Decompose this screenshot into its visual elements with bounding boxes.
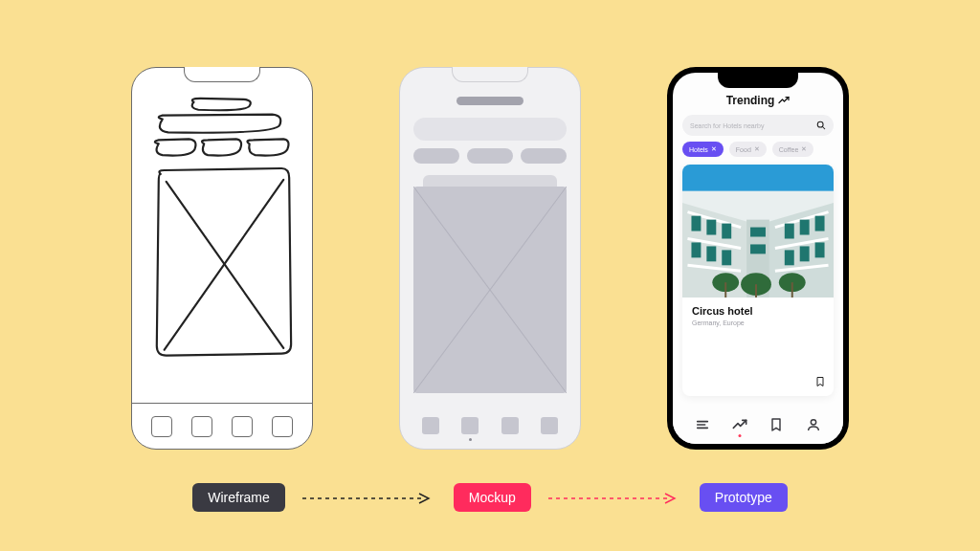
mockup-tab-item <box>461 417 479 434</box>
chip-coffee[interactable]: Coffee ✕ <box>772 142 814 157</box>
mockup-image-card <box>413 187 567 393</box>
mockup-chip <box>521 148 567 164</box>
close-icon[interactable]: ✕ <box>711 145 717 153</box>
svg-rect-11 <box>706 220 716 235</box>
mockup-chip <box>467 148 513 164</box>
hotel-title: Circus hotel <box>692 305 824 317</box>
svg-line-3 <box>822 126 825 129</box>
search-input[interactable]: Search for Hotels nearby <box>682 115 834 136</box>
hotel-subtitle: Germany, Europe <box>692 320 824 326</box>
labels-row: Wireframe Mockup Prototype <box>0 478 980 517</box>
wireframe-phone <box>131 67 313 450</box>
prototype-tabbar <box>673 406 843 444</box>
wireframe-tab-item <box>191 416 212 437</box>
wireframe-sketch <box>142 95 302 401</box>
page-title: Trending <box>673 94 843 107</box>
search-placeholder: Search for Hotels nearby <box>690 122 816 129</box>
svg-rect-10 <box>691 216 701 231</box>
svg-point-38 <box>812 420 816 425</box>
mockup-search-bar <box>413 118 567 141</box>
wireframe-tab-item <box>272 416 293 437</box>
mockup-tab-item <box>541 417 558 434</box>
mockup-chips-row <box>413 148 567 164</box>
mockup-tabbar <box>400 403 580 449</box>
mockup-tab-item <box>501 417 519 434</box>
svg-rect-13 <box>691 242 701 257</box>
chip-label: Food <box>736 146 751 153</box>
close-icon[interactable]: ✕ <box>754 145 760 153</box>
arrow-wf-to-mk <box>302 497 436 498</box>
svg-rect-20 <box>815 216 825 231</box>
tab-menu[interactable] <box>695 417 710 432</box>
tab-bookmarks[interactable] <box>768 417 784 432</box>
wireframe-tab-item <box>232 416 253 437</box>
phone-notch <box>718 71 798 88</box>
svg-rect-14 <box>706 246 716 261</box>
phone-notch <box>184 67 260 82</box>
diagram-stage: Trending Search for Hotels nearby Hotels… <box>0 67 980 469</box>
svg-rect-27 <box>750 228 766 237</box>
prototype-screen: Trending Search for Hotels nearby Hotels… <box>673 73 843 444</box>
mockup-label: Mockup <box>454 483 531 512</box>
hotel-card-body: Circus hotel Germany, Europe <box>682 298 834 396</box>
close-icon[interactable]: ✕ <box>801 145 807 153</box>
bookmark-icon[interactable] <box>814 375 826 388</box>
svg-rect-4 <box>682 165 834 191</box>
svg-rect-28 <box>750 244 766 253</box>
phone-notch <box>452 67 528 82</box>
prototype-label: Prototype <box>700 483 788 512</box>
chip-hotels[interactable]: Hotels ✕ <box>682 142 724 157</box>
svg-rect-22 <box>785 224 794 239</box>
svg-rect-23 <box>815 242 825 257</box>
svg-rect-15 <box>722 250 731 265</box>
mockup-title-bar <box>457 97 523 105</box>
chip-label: Hotels <box>689 146 708 153</box>
chip-food[interactable]: Food ✕ <box>729 142 767 157</box>
trending-icon <box>778 95 790 106</box>
svg-rect-12 <box>722 224 731 239</box>
filter-chips-row: Hotels ✕ Food ✕ Coffee ✕ <box>682 142 834 157</box>
prototype-phone: Trending Search for Hotels nearby Hotels… <box>667 67 849 450</box>
arrow-mk-to-pt <box>548 497 682 498</box>
wireframe-tabbar <box>132 403 312 449</box>
svg-rect-21 <box>800 220 810 235</box>
svg-rect-24 <box>800 246 810 261</box>
mockup-phone <box>399 67 581 450</box>
svg-rect-25 <box>785 250 794 265</box>
tab-profile[interactable] <box>806 417 821 432</box>
search-icon <box>816 121 826 130</box>
mockup-chip <box>413 148 459 164</box>
chip-label: Coffee <box>779 146 799 153</box>
tab-trending[interactable] <box>732 417 747 432</box>
page-title-text: Trending <box>726 94 775 107</box>
hotel-image <box>682 165 834 298</box>
mockup-tab-item <box>422 417 439 434</box>
hotel-card[interactable]: Circus hotel Germany, Europe <box>682 165 834 396</box>
wireframe-label: Wireframe <box>192 483 285 512</box>
wireframe-tab-item <box>151 416 172 437</box>
